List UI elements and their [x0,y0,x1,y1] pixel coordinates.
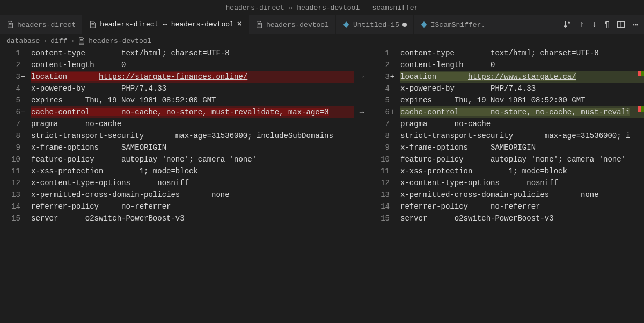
tab[interactable]: Untitled-15 [336,15,414,34]
diff-arrow[interactable] [354,189,369,201]
code-line[interactable]: 12 x-content-type-options nosniff [369,177,644,189]
code-line[interactable]: 13 x-permitted-cross-domain-policies non… [369,189,644,201]
code-line[interactable]: 5 expires Thu, 19 Nov 1981 08:52:00 GMT [0,94,354,106]
diff-arrow[interactable] [354,94,369,106]
line-number[interactable]: 3− [0,71,31,83]
overview-marker-added[interactable] [641,106,644,112]
code-line[interactable]: 7 pragma no-cache [0,118,354,130]
line-number[interactable]: 13 [369,189,400,201]
code-line[interactable]: 14 referrer-policy no-referrer [369,201,644,212]
line-number[interactable]: 3+ [369,71,400,83]
diff-arrow[interactable] [354,59,369,71]
prev-change-icon[interactable]: ↑ [579,20,584,30]
code-line[interactable]: 9 x-frame-options SAMEORIGIN [369,142,644,153]
diff-arrow[interactable] [354,153,369,165]
code-line[interactable]: 14 referrer-policy no-referrer [0,201,354,212]
line-number[interactable]: 14 [0,201,31,212]
code-line[interactable]: 10 feature-policy autoplay 'none'; camer… [369,153,644,165]
diff-arrow[interactable] [354,118,369,130]
line-number[interactable]: 13 [0,189,31,201]
code-line[interactable]: 3−location https://stargate-finances.onl… [0,71,354,83]
overview-marker-added[interactable] [641,71,644,76]
line-number[interactable]: 6− [0,106,31,118]
tab[interactable]: IScamSniffer. [414,15,492,34]
code-line[interactable]: 15 server o2switch-PowerBoost-v3 [0,212,354,224]
whitespace-icon[interactable]: ¶ [604,20,609,30]
compare-icon[interactable] [563,20,572,29]
overview-ruler[interactable] [636,47,644,323]
diff-right-pane[interactable]: 1 content-type text/html; charset=UTF-82… [369,47,644,323]
line-number[interactable]: 10 [369,153,400,165]
code-line[interactable]: 12 x-content-type-options nosniff [0,177,354,189]
code-line[interactable]: 2 content-length 0 [0,59,354,71]
diff-arrow[interactable] [354,212,369,224]
code-line[interactable]: 6+cache-control no-store, no-cache, must… [369,106,644,118]
code-line[interactable]: 3+location https://www.stargate.ca/ [369,71,644,83]
tab[interactable]: headers-devtool [249,15,336,34]
breadcrumb-seg[interactable]: headers-devtool [89,37,151,45]
close-icon[interactable]: × [237,20,242,28]
line-number[interactable]: 9 [0,142,31,153]
diff-arrow[interactable] [354,201,369,212]
code-line[interactable]: 13 x-permitted-cross-domain-policies non… [0,189,354,201]
code-line[interactable]: 4 x-powered-by PHP/7.4.33 [369,83,644,94]
diff-arrow[interactable] [354,83,369,94]
line-number[interactable]: 1 [0,47,31,59]
line-number[interactable]: 11 [369,165,400,177]
line-number[interactable]: 7 [0,118,31,130]
url-link[interactable]: https://stargate-finances.online/ [99,72,247,81]
diff-arrow[interactable] [354,47,369,59]
diff-arrow[interactable]: → [354,106,369,118]
line-number[interactable]: 6+ [369,106,400,118]
diff-editor[interactable]: 1 content-type text/html; charset=UTF-82… [0,47,644,323]
more-actions-icon[interactable]: ⋯ [633,19,639,30]
diff-arrow[interactable] [354,142,369,153]
code-line[interactable]: 1 content-type text/html; charset=UTF-8 [369,47,644,59]
code-line[interactable]: 1 content-type text/html; charset=UTF-8 [0,47,354,59]
code-line[interactable]: 4 x-powered-by PHP/7.4.33 [0,83,354,94]
diff-arrow[interactable]: → [354,71,369,83]
next-change-icon[interactable]: ↓ [592,20,597,30]
split-layout-icon[interactable] [617,20,625,29]
url-link[interactable]: https://www.stargate.ca/ [468,72,576,81]
line-number[interactable]: 11 [0,165,31,177]
line-number[interactable]: 4 [369,83,400,94]
line-number[interactable]: 5 [369,94,400,106]
line-number[interactable]: 5 [0,94,31,106]
code-line[interactable]: 11 x-xss-protection 1; mode=block [0,165,354,177]
code-line[interactable]: 8 strict-transport-security max-age=3153… [0,130,354,142]
code-line[interactable]: 11 x-xss-protection 1; mode=block [369,165,644,177]
code-text: x-content-type-options nosniff [400,177,644,189]
line-number[interactable]: 15 [0,212,31,224]
line-number[interactable]: 14 [369,201,400,212]
diff-arrow[interactable] [354,165,369,177]
diff-arrow[interactable] [354,130,369,142]
line-number[interactable]: 8 [0,130,31,142]
line-number[interactable]: 4 [0,83,31,94]
breadcrumb[interactable]: database › diff › headers-devtool [0,34,644,47]
code-line[interactable]: 2 content-length 0 [369,59,644,71]
line-number[interactable]: 9 [369,142,400,153]
code-line[interactable]: 5 expires Thu, 19 Nov 1981 08:52:00 GMT [369,94,644,106]
line-number[interactable]: 15 [369,212,400,224]
code-line[interactable]: 8 strict-transport-security max-age=3153… [369,130,644,142]
code-line[interactable]: 15 server o2switch-PowerBoost-v3 [369,212,644,224]
line-number[interactable]: 1 [369,47,400,59]
line-number[interactable]: 12 [369,177,400,189]
line-number[interactable]: 8 [369,130,400,142]
diff-arrow[interactable] [354,177,369,189]
code-line[interactable]: 9 x-frame-options SAMEORIGIN [0,142,354,153]
line-number[interactable]: 2 [369,59,400,71]
breadcrumb-seg[interactable]: database [6,37,40,45]
code-line[interactable]: 6−cache-control no-cache, no-store, must… [0,106,354,118]
line-number[interactable]: 10 [0,153,31,165]
code-line[interactable]: 10 feature-policy autoplay 'none'; camer… [0,153,354,165]
tab[interactable]: headers-direct [0,15,83,34]
breadcrumb-seg[interactable]: diff [50,37,67,45]
diff-left-pane[interactable]: 1 content-type text/html; charset=UTF-82… [0,47,354,323]
line-number[interactable]: 7 [369,118,400,130]
line-number[interactable]: 2 [0,59,31,71]
line-number[interactable]: 12 [0,177,31,189]
code-line[interactable]: 7 pragma no-cache [369,118,644,130]
tab[interactable]: headers-direct ↔ headers-devtool× [83,15,249,34]
